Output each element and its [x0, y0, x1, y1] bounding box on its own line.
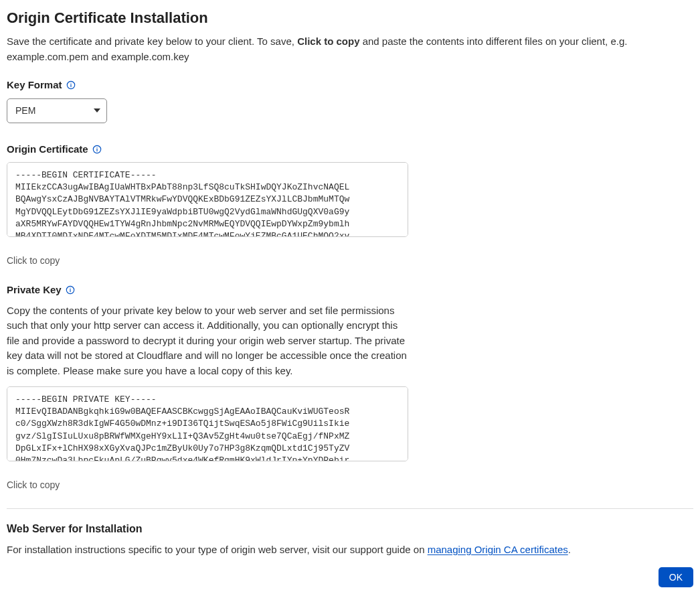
info-icon[interactable]: [92, 145, 102, 154]
ok-button[interactable]: OK: [659, 567, 693, 587]
web-server-title: Web Server for Installation: [7, 521, 693, 537]
svg-point-2: [70, 83, 71, 84]
origin-cert-textarea[interactable]: [7, 162, 408, 237]
description-bold: Click to copy: [297, 35, 359, 47]
managing-origin-ca-link[interactable]: managing Origin CA certificates: [428, 544, 568, 555]
info-icon[interactable]: [66, 80, 76, 90]
origin-cert-label-row: Origin Certificate: [7, 142, 693, 157]
page-description: Save the certificate and private key bel…: [7, 34, 693, 64]
origin-cert-copy-button[interactable]: Click to copy: [7, 254, 60, 268]
key-format-label-row: Key Format: [7, 78, 693, 93]
info-icon[interactable]: [66, 285, 75, 295]
private-key-textarea[interactable]: [7, 386, 408, 461]
section-divider: [7, 508, 693, 509]
key-format-select[interactable]: PEM: [7, 98, 107, 123]
svg-point-5: [96, 147, 97, 147]
page-title: Origin Certificate Installation: [7, 7, 693, 29]
private-key-help-text: Copy the contents of your private key be…: [7, 303, 408, 379]
origin-cert-label: Origin Certificate: [7, 142, 88, 157]
web-server-text: For installation instructions specific t…: [7, 542, 693, 558]
key-format-label: Key Format: [7, 78, 62, 93]
private-key-label: Private Key: [7, 283, 62, 298]
svg-point-8: [70, 288, 70, 289]
web-server-text-pre: For installation instructions specific t…: [7, 544, 428, 555]
description-pre: Save the certificate and private key bel…: [7, 35, 297, 47]
web-server-text-post: .: [568, 544, 571, 555]
private-key-label-row: Private Key: [7, 283, 693, 298]
private-key-copy-button[interactable]: Click to copy: [7, 478, 60, 492]
key-format-selected: PEM: [15, 104, 35, 118]
